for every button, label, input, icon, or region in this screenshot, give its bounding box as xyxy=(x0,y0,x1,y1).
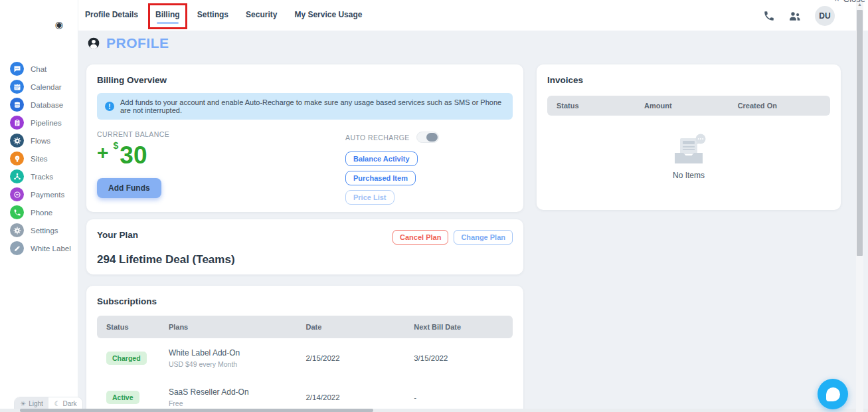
theme-light-button[interactable]: ☀ Light xyxy=(15,397,48,409)
sidebar-item-white-label[interactable]: White Label xyxy=(0,239,78,257)
sidebar: ◉ Chat Calendar Database Pipelines xyxy=(0,0,78,412)
sidebar-item-phone[interactable]: Phone xyxy=(0,203,78,221)
current-balance-value: +$30 xyxy=(97,141,345,167)
database-icon xyxy=(10,98,24,112)
invoices-empty-state: No Items xyxy=(547,133,830,180)
subscription-row: Charged White Label Add-On USD $49 every… xyxy=(97,338,513,377)
info-icon: ! xyxy=(105,102,114,111)
subs-col-status: Status xyxy=(97,323,159,331)
close-overlay-button[interactable]: × Close xyxy=(834,0,865,4)
invoices-col-created-on: Created On xyxy=(729,102,830,110)
main-content: Profile Details Billing Settings Securit… xyxy=(78,0,868,412)
topbar-actions: DU xyxy=(763,6,835,26)
sidebar-item-label: White Label xyxy=(31,245,71,253)
empty-inbox-icon xyxy=(669,133,708,166)
subs-col-next-bill-date: Next Bill Date xyxy=(404,323,513,331)
your-plan-card: Your Plan Cancel Plan Change Plan 294 Li… xyxy=(86,219,523,274)
sidebar-nav: Chat Calendar Database Pipelines Flows xyxy=(0,60,78,257)
change-plan-button[interactable]: Change Plan xyxy=(454,230,513,245)
profile-tabs: Profile Details Billing Settings Securit… xyxy=(85,0,362,31)
calendar-icon xyxy=(10,80,24,94)
subs-col-plans: Plans xyxy=(159,323,297,331)
subscription-row: Active SaaS Reseller Add-On Free 2/14/20… xyxy=(97,377,513,412)
tab-billing[interactable]: Billing xyxy=(155,0,180,19)
sidebar-item-tracks[interactable]: Tracks xyxy=(0,167,78,185)
horizontal-scrollbar-thumb[interactable] xyxy=(20,409,373,412)
pipelines-icon xyxy=(10,116,24,130)
invoices-card: Invoices Status Amount Created On No Ite… xyxy=(537,64,841,210)
your-plan-title: Your Plan xyxy=(97,230,138,240)
status-badge: Active xyxy=(106,391,139,404)
plan-name: 294 Lifetime Deal (Teams) xyxy=(97,253,513,266)
sidebar-item-settings[interactable]: Settings xyxy=(0,221,78,239)
page-header: PROFILE xyxy=(87,35,169,51)
price-list-button[interactable]: Price List xyxy=(345,190,394,205)
subscriptions-card: Subscriptions Status Plans Date Next Bil… xyxy=(86,286,523,412)
sites-icon xyxy=(10,152,24,165)
theme-dark-label: Dark xyxy=(62,400,76,407)
auto-recharge-label: AUTO RECHARGE xyxy=(345,134,410,142)
invoices-empty-text: No Items xyxy=(673,171,705,180)
subscriptions-title: Subscriptions xyxy=(97,296,513,306)
phone-dialer-icon[interactable] xyxy=(763,10,775,22)
tab-settings[interactable]: Settings xyxy=(197,0,228,19)
invoices-table-header: Status Amount Created On xyxy=(547,96,830,116)
billing-overview-card: Billing Overview ! Add funds to your acc… xyxy=(86,64,523,212)
theme-dark-button[interactable]: ☾ Dark xyxy=(48,397,82,409)
contacts-icon[interactable] xyxy=(788,10,802,22)
white-label-icon xyxy=(10,241,24,255)
profile-icon xyxy=(87,37,100,50)
invoices-title: Invoices xyxy=(547,75,830,85)
sidebar-item-label: Payments xyxy=(31,191,64,199)
subscription-date: 2/14/2022 xyxy=(296,393,404,401)
invoices-col-status: Status xyxy=(547,102,635,110)
settings-gear-icon xyxy=(10,223,24,237)
subscription-plan-name: SaaS Reseller Add-On xyxy=(169,387,297,397)
user-avatar[interactable]: DU xyxy=(815,6,835,26)
flows-icon xyxy=(10,134,24,148)
purchased-item-button[interactable]: Purchased Item xyxy=(345,171,416,185)
subs-col-date: Date xyxy=(296,323,404,331)
billing-overview-title: Billing Overview xyxy=(97,75,513,85)
tab-security[interactable]: Security xyxy=(246,0,277,19)
subscription-plan-price: USD $49 every Month xyxy=(169,360,297,368)
balance-activity-button[interactable]: Balance Activity xyxy=(345,152,418,166)
sidebar-item-pipelines[interactable]: Pipelines xyxy=(0,114,78,132)
sidebar-item-label: Phone xyxy=(31,209,52,217)
subscriptions-table-header: Status Plans Date Next Bill Date xyxy=(97,316,513,338)
tab-profile-details[interactable]: Profile Details xyxy=(85,0,138,19)
sidebar-item-label: Database xyxy=(31,101,63,109)
sidebar-item-sites[interactable]: Sites xyxy=(0,150,78,167)
sidebar-item-label: Settings xyxy=(31,227,58,235)
tab-my-service-usage[interactable]: My Service Usage xyxy=(294,0,362,19)
vertical-scrollbar-thumb[interactable] xyxy=(857,10,863,256)
tracks-icon xyxy=(10,169,24,183)
chat-bubble-icon xyxy=(826,387,840,401)
sidebar-item-calendar[interactable]: Calendar xyxy=(0,78,78,96)
add-funds-button[interactable]: Add Funds xyxy=(97,178,161,198)
cancel-plan-button[interactable]: Cancel Plan xyxy=(392,230,448,245)
sidebar-item-chat[interactable]: Chat xyxy=(0,60,78,78)
sidebar-item-flows[interactable]: Flows xyxy=(0,132,78,150)
horizontal-scrollbar xyxy=(0,409,868,412)
sidebar-item-payments[interactable]: Payments xyxy=(0,185,78,203)
moon-icon: ☾ xyxy=(54,400,60,407)
sidebar-item-database[interactable]: Database xyxy=(0,96,78,114)
close-icon: × xyxy=(834,0,839,4)
chat-icon xyxy=(10,62,24,76)
sidebar-item-label: Calendar xyxy=(31,83,62,91)
toggle-knob xyxy=(426,133,438,142)
payments-icon xyxy=(10,187,24,201)
subscription-date: 2/15/2022 xyxy=(296,354,404,362)
subscription-next-bill-date: - xyxy=(404,393,513,401)
theme-light-label: Light xyxy=(29,400,43,407)
topbar: Profile Details Billing Settings Securit… xyxy=(78,0,868,31)
sidebar-pin-icon[interactable]: ◉ xyxy=(55,20,63,29)
invoices-col-amount: Amount xyxy=(635,102,729,110)
auto-recharge-toggle[interactable] xyxy=(416,132,439,143)
billing-alert-text: Add funds to your account and enable Aut… xyxy=(120,98,505,114)
sidebar-item-label: Flows xyxy=(31,137,50,145)
subscription-plan-name: White Label Add-On xyxy=(169,348,297,358)
page-title: PROFILE xyxy=(106,35,169,51)
chat-launcher-button[interactable] xyxy=(818,379,848,409)
